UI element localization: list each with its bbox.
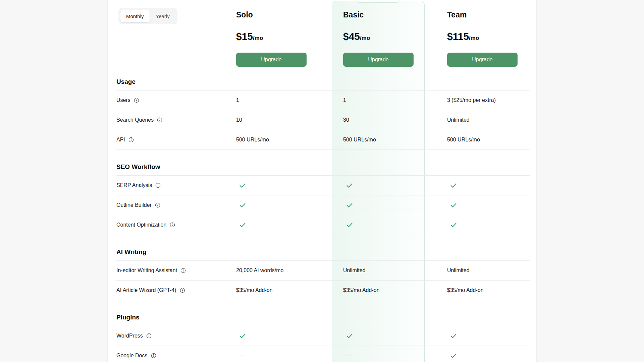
check-icon — [346, 182, 353, 189]
section-header: AI Writing — [116, 235, 530, 261]
feature-label: API — [116, 137, 125, 143]
feature-value-cell — [447, 201, 530, 209]
check-icon — [239, 182, 246, 189]
feature-label-cell: In-editor Writing Assistant — [116, 267, 236, 274]
feature-label: Content Optimization — [116, 222, 166, 228]
feature-label-cell: Search Queries — [116, 117, 236, 123]
table-row: In-editor Writing Assistant20,000 AI wor… — [116, 261, 530, 281]
table-row: Content Optimization — [116, 215, 530, 235]
feature-label: In-editor Writing Assistant — [116, 267, 177, 274]
price-amount: $15 — [236, 31, 253, 42]
feature-value-cell: Unlimited — [447, 267, 530, 274]
toggle-yearly[interactable]: Yearly — [150, 10, 176, 22]
section-header: Plugins — [116, 300, 530, 326]
plan-name: Team — [447, 0, 467, 20]
feature-value-cell: $35/mo Add-on — [447, 287, 530, 293]
feature-value-cell: $35/mo Add-on — [343, 287, 447, 293]
info-icon[interactable] — [128, 137, 134, 142]
table-row: API500 URLs/mo500 URLs/mo500 URLs/mo — [116, 130, 530, 150]
info-icon[interactable] — [180, 268, 186, 273]
check-icon — [450, 182, 457, 189]
feature-value: $35/mo Add-on — [447, 287, 484, 293]
feature-label-cell: AI Article Wizard (GPT-4) — [116, 287, 236, 293]
feature-label: WordPress — [116, 333, 143, 339]
feature-value-cell: 10 — [236, 117, 343, 123]
info-icon[interactable] — [155, 202, 160, 208]
info-icon[interactable] — [155, 183, 161, 188]
feature-value-cell: Unlimited — [447, 117, 530, 123]
feature-value-cell — [236, 201, 343, 209]
check-icon — [239, 201, 246, 209]
feature-value: 3 ($25/mo per extra) — [447, 97, 496, 103]
info-icon[interactable] — [151, 353, 156, 358]
section-title: Plugins — [116, 313, 530, 322]
feature-value-cell: 1 — [343, 97, 447, 103]
table-row: Search Queries1030Unlimited — [116, 110, 530, 130]
plan-column-solo: Solo $15/mo Upgrade — [236, 0, 343, 67]
feature-value-cell: Unlimited — [343, 267, 447, 274]
table-row: WordPress — [116, 326, 530, 346]
info-icon[interactable] — [157, 117, 162, 123]
feature-value: Unlimited — [447, 117, 470, 123]
section-title: SEO Workflow — [116, 163, 530, 171]
table-row: Users113 ($25/mo per extra) — [116, 90, 530, 110]
feature-label: SERP Analysis — [116, 182, 152, 188]
feature-value: 20,000 AI words/mo — [236, 267, 283, 274]
feature-value: 10 — [236, 117, 242, 123]
info-icon[interactable] — [134, 98, 139, 103]
price-amount: $115 — [447, 31, 469, 42]
upgrade-button-solo[interactable]: Upgrade — [236, 53, 307, 67]
check-icon — [239, 332, 246, 340]
feature-label: Users — [116, 97, 130, 103]
feature-value-cell — [343, 221, 447, 229]
feature-label-cell: SERP Analysis — [116, 182, 236, 188]
feature-value-cell — [447, 182, 530, 189]
plan-name: Solo — [236, 0, 253, 20]
table-row: Outline Builder — [116, 195, 530, 215]
plans-header: Monthly Yearly Solo $15/mo Upgrade Basic… — [116, 0, 530, 67]
feature-value: 500 URLs/mo — [447, 137, 480, 143]
check-icon — [450, 352, 457, 359]
check-icon — [450, 332, 457, 340]
check-icon — [450, 201, 457, 209]
info-icon[interactable] — [146, 333, 152, 339]
feature-label-cell: Outline Builder — [116, 202, 236, 208]
section-title: AI Writing — [116, 248, 530, 256]
plan-column-team: Team $115/mo Upgrade — [447, 0, 530, 67]
check-icon — [239, 221, 246, 229]
feature-label: Search Queries — [116, 117, 154, 123]
plan-name: Basic — [343, 0, 364, 20]
feature-value-cell: 3 ($25/mo per extra) — [447, 97, 530, 103]
info-icon[interactable] — [170, 222, 175, 228]
pricing-panel: Monthly Yearly Solo $15/mo Upgrade Basic… — [107, 0, 537, 362]
table-row: SERP Analysis — [116, 176, 530, 195]
price-period: /mo — [253, 35, 263, 41]
upgrade-button-basic[interactable]: Upgrade — [343, 53, 414, 67]
feature-value-cell — [343, 182, 447, 189]
pricing-page: Monthly Yearly Solo $15/mo Upgrade Basic… — [0, 0, 644, 362]
feature-label: AI Article Wizard (GPT-4) — [116, 287, 176, 293]
feature-value: 500 URLs/mo — [236, 137, 269, 143]
feature-value-cell — [236, 221, 343, 229]
toggle-monthly[interactable]: Monthly — [120, 10, 150, 22]
feature-label-cell: WordPress — [116, 333, 236, 339]
feature-value: Unlimited — [343, 267, 366, 274]
feature-value-cell — [447, 332, 530, 340]
feature-value-cell — [236, 182, 343, 189]
info-icon[interactable] — [180, 288, 185, 293]
section-title: Usage — [116, 77, 530, 86]
not-included-dash: — — [346, 352, 352, 359]
feature-label: Google Docs — [116, 353, 148, 359]
upgrade-button-team[interactable]: Upgrade — [447, 53, 518, 67]
check-icon — [346, 221, 353, 229]
feature-value-cell — [447, 352, 530, 359]
feature-value-cell: 30 — [343, 117, 447, 123]
feature-value-cell — [343, 332, 447, 340]
feature-value-cell — [343, 201, 447, 209]
feature-value: 1 — [343, 97, 346, 103]
feature-value-cell: 1 — [236, 97, 343, 103]
check-icon — [346, 332, 353, 340]
feature-label-cell: Users — [116, 97, 236, 103]
feature-label-cell: API — [116, 137, 236, 143]
feature-value-cell: — — [236, 352, 343, 359]
